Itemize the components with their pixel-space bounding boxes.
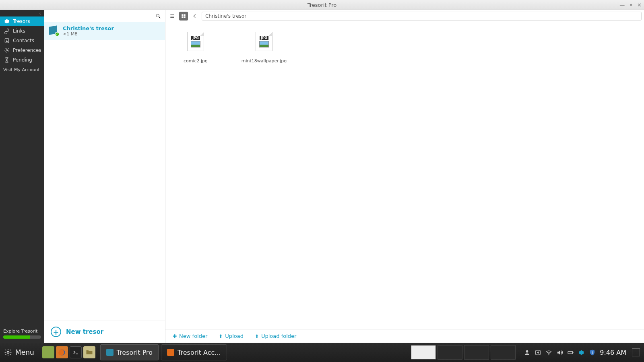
view-grid-button[interactable] xyxy=(179,12,188,21)
explore-tresorit-label: Explore Tresorit xyxy=(0,329,44,335)
terminal-icon xyxy=(72,349,79,356)
window-titlebar: Tresorit Pro — ✦ ✕ xyxy=(0,0,644,10)
terminal-launcher[interactable] xyxy=(70,346,82,358)
workspace-2[interactable] xyxy=(438,345,462,360)
sidebar-item-contacts[interactable]: Contacts xyxy=(0,36,44,45)
tresor-name: Christine's tresor xyxy=(63,25,114,31)
svg-point-9 xyxy=(7,352,9,354)
sidebar-item-pending[interactable]: Pending xyxy=(0,55,44,65)
upload-button[interactable]: ⬆ Upload xyxy=(219,333,244,339)
svg-point-13 xyxy=(549,354,549,355)
sidebar-item-preferences[interactable]: Preferences xyxy=(0,45,44,55)
svg-point-2 xyxy=(6,49,8,51)
svg-rect-17 xyxy=(592,352,592,354)
file-item[interactable]: JPG mint18wallpaper.jpg xyxy=(242,32,286,64)
svg-point-3 xyxy=(156,14,159,17)
content-toolbar xyxy=(165,10,644,22)
visit-account-link[interactable]: Visit My Account xyxy=(0,65,44,75)
close-icon[interactable]: ✕ xyxy=(637,0,642,10)
back-button[interactable] xyxy=(190,12,199,21)
svg-point-16 xyxy=(592,351,593,352)
sidebar-item-label: Preferences xyxy=(13,47,41,53)
gear-icon xyxy=(4,47,10,53)
sidebar-item-links[interactable]: Links xyxy=(0,26,44,36)
svg-rect-5 xyxy=(182,14,183,16)
quick-launch xyxy=(40,346,98,358)
sidebar-item-label: Tresors xyxy=(13,19,30,24)
tresor-list-item[interactable]: ✓ Christine's tresor <1 MB xyxy=(44,22,165,40)
svg-point-11 xyxy=(526,350,528,352)
hourglass-icon xyxy=(4,57,10,63)
workspace-switcher xyxy=(407,345,520,360)
tresor-search-button[interactable] xyxy=(44,10,165,22)
workspace-1[interactable] xyxy=(411,345,436,360)
plus-icon: ✚ xyxy=(173,333,177,339)
tresor-size: <1 MB xyxy=(63,31,114,37)
link-icon xyxy=(4,28,10,34)
start-menu-button[interactable]: Menu xyxy=(0,343,40,362)
show-desktop-button[interactable] xyxy=(632,348,640,356)
file-name: mint18wallpaper.jpg xyxy=(242,58,287,64)
tresor-icon xyxy=(4,19,10,24)
svg-point-1 xyxy=(6,40,7,41)
tresor-cube-icon: ✓ xyxy=(49,26,59,36)
folder-icon xyxy=(85,348,93,356)
svg-rect-14 xyxy=(568,351,572,354)
clock[interactable]: 9:46 AM xyxy=(600,349,626,356)
new-tresor-button[interactable]: + New tresor xyxy=(44,321,165,343)
firefox-icon xyxy=(58,348,66,356)
sidebar-item-label: Pending xyxy=(13,57,32,63)
svg-rect-7 xyxy=(182,16,183,18)
plus-circle-icon: + xyxy=(51,327,61,337)
update-icon[interactable] xyxy=(535,349,541,356)
tresor-list-panel: ✓ Christine's tresor <1 MB + New tresor xyxy=(44,10,165,343)
window-title: Tresorit Pro xyxy=(308,0,337,10)
view-list-button[interactable] xyxy=(168,12,177,21)
workspace-3[interactable] xyxy=(464,345,489,360)
explore-progress xyxy=(3,335,41,339)
list-icon xyxy=(169,13,175,19)
volume-icon[interactable] xyxy=(556,349,563,356)
file-manager-launcher[interactable] xyxy=(83,346,95,358)
app-frame: ‹ Tresors Links Contacts Preferences xyxy=(0,10,644,343)
sidebar-item-label: Links xyxy=(13,28,25,34)
content-action-bar: ✚ New folder ⬆ Upload ⬆ Upload folder xyxy=(165,329,644,343)
svg-rect-15 xyxy=(573,352,573,353)
taskbar-app-tresorit[interactable]: Tresorit Pro xyxy=(100,344,159,360)
user-icon[interactable] xyxy=(524,349,530,356)
sidebar-collapse-button[interactable]: ‹ xyxy=(0,10,44,16)
arrow-left-icon xyxy=(192,13,198,19)
battery-icon[interactable] xyxy=(567,349,574,356)
upload-folder-button[interactable]: ⬆ Upload folder xyxy=(255,333,296,339)
workspace-4[interactable] xyxy=(491,345,516,360)
search-icon xyxy=(155,13,161,19)
maximize-icon[interactable]: ✦ xyxy=(629,0,633,10)
file-item[interactable]: JPG comic2.jpg xyxy=(173,32,218,64)
sync-ok-badge-icon: ✓ xyxy=(55,32,60,37)
wifi-icon[interactable] xyxy=(545,349,552,356)
shield-info-icon[interactable] xyxy=(589,349,596,356)
new-tresor-label: New tresor xyxy=(66,328,103,335)
file-name: comic2.jpg xyxy=(184,58,208,64)
tresorit-tray-icon[interactable] xyxy=(578,349,585,356)
file-jpg-icon: JPG xyxy=(256,32,272,51)
taskbar-app-browser[interactable]: Tresorit Acc... xyxy=(161,344,227,360)
tresorit-icon xyxy=(106,349,114,356)
contacts-icon xyxy=(4,38,10,43)
upload-icon: ⬆ xyxy=(219,333,223,339)
firefox-launcher[interactable] xyxy=(56,346,68,358)
nav-sidebar: ‹ Tresors Links Contacts Preferences xyxy=(0,10,44,343)
svg-rect-6 xyxy=(184,14,186,16)
taskbar-apps: Tresorit Pro Tresorit Acc... xyxy=(98,343,227,362)
show-desktop-launcher[interactable] xyxy=(42,346,54,358)
minimize-icon[interactable]: — xyxy=(619,0,625,10)
firefox-icon xyxy=(167,349,174,356)
sidebar-item-tresors[interactable]: Tresors xyxy=(0,16,44,26)
gear-icon xyxy=(4,348,12,356)
new-folder-button[interactable]: ✚ New folder xyxy=(173,333,207,339)
content-pane: JPG comic2.jpg JPG mint18wallpaper.jpg ✚… xyxy=(165,10,644,343)
svg-line-4 xyxy=(159,16,161,18)
system-tray: 9:46 AM xyxy=(520,348,644,356)
breadcrumb-input[interactable] xyxy=(202,12,642,21)
sidebar-item-label: Contacts xyxy=(13,38,34,43)
